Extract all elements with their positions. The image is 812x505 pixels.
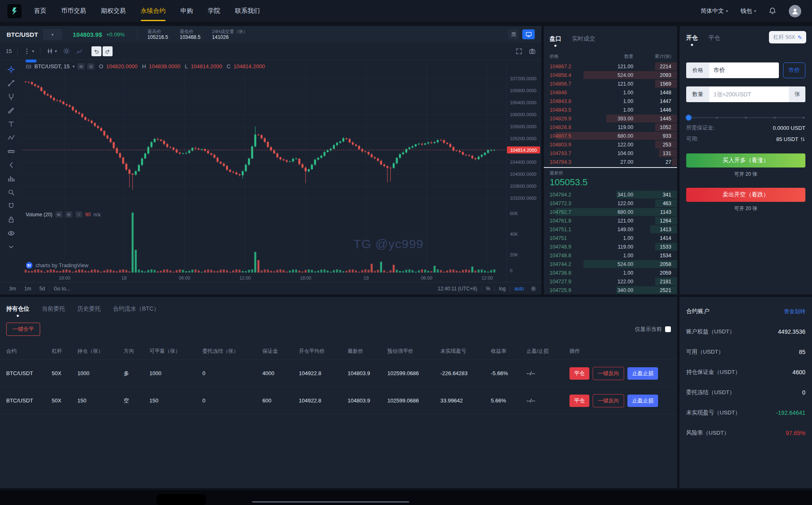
- text-icon[interactable]: [7, 120, 15, 128]
- columns-icon[interactable]: [7, 175, 15, 182]
- price-axis[interactable]: 107200.0000106800.0000106400.0000106000.…: [507, 60, 541, 282]
- ask-row[interactable]: 104858.4524.002093: [550, 71, 671, 79]
- brand-logo[interactable]: [7, 4, 22, 18]
- footer-settings-icon[interactable]: [531, 286, 536, 292]
- collapse-icon[interactable]: [26, 64, 31, 69]
- nav-item-首页[interactable]: 首页: [34, 0, 46, 22]
- tradingview-credit[interactable]: charts by TradingView: [26, 262, 89, 269]
- tp-sl-button[interactable]: 止盈止损: [627, 395, 658, 407]
- tab-合约流水（BTC）[interactable]: 合约流水（BTC）: [113, 305, 159, 316]
- ask-row[interactable]: 104867.2121.002214: [550, 62, 671, 71]
- ask-row[interactable]: 104829.9393.001445: [550, 114, 671, 123]
- bid-row[interactable]: 104784.2341.00341: [550, 190, 671, 199]
- chart-plot[interactable]: BTC/USDT, 15 ▾ O104820.0000 H104839.0000…: [22, 60, 507, 273]
- wallet-menu[interactable]: 钱包▾: [740, 7, 756, 15]
- reverse-position-button[interactable]: 一键反向: [593, 394, 624, 407]
- sell-short-button[interactable]: 卖出开空（看跌）: [686, 188, 805, 202]
- lock-icon[interactable]: [7, 216, 15, 223]
- ruler-icon[interactable]: [7, 148, 15, 155]
- nav-item-申购[interactable]: 申购: [180, 0, 193, 22]
- arrow-back-icon[interactable]: [7, 161, 15, 169]
- crosshair-icon[interactable]: [7, 66, 15, 73]
- pitchfork-icon[interactable]: [7, 93, 15, 101]
- quantity-input[interactable]: [709, 86, 789, 102]
- theme-toggle-button[interactable]: 黑: [508, 29, 519, 39]
- bid-row[interactable]: 104761.8121.001264: [550, 216, 671, 225]
- volume-close-button[interactable]: [75, 211, 82, 218]
- nav-item-期权交易[interactable]: 期权交易: [101, 0, 126, 22]
- ask-row[interactable]: 104843.51.001446: [550, 105, 671, 114]
- close-all-button[interactable]: 一键全平: [6, 323, 40, 336]
- range-button-3m[interactable]: 3m: [5, 286, 20, 292]
- candle-type-button[interactable]: ▾: [46, 48, 57, 55]
- candlestick-chart[interactable]: [22, 60, 507, 273]
- language-select[interactable]: 简体中文▾: [701, 7, 728, 15]
- nav-item-币币交易[interactable]: 币币交易: [61, 0, 86, 22]
- pair-selector[interactable]: ▾: [43, 29, 62, 40]
- volume-title[interactable]: Volume (20): [26, 212, 53, 218]
- market-price-button[interactable]: 市价: [783, 62, 805, 78]
- tp-sl-button[interactable]: 止盈止损: [627, 367, 658, 380]
- tab-orderbook[interactable]: 盘口: [550, 35, 561, 46]
- range-button-5d[interactable]: 5d: [35, 286, 49, 292]
- legend-symbol[interactable]: BTC/USDT, 15: [34, 63, 70, 69]
- bid-row[interactable]: 104751.1149.001413: [550, 225, 671, 234]
- tab-close-position[interactable]: 平仓: [709, 34, 720, 45]
- close-position-button[interactable]: 平仓: [569, 367, 589, 380]
- time-axis[interactable]: 18:001806:0012:0018:001906:0012:00: [22, 274, 507, 282]
- only-current-checkbox[interactable]: [665, 326, 671, 332]
- clock-label[interactable]: 12:40:11 (UTC+8): [433, 286, 481, 292]
- ask-row[interactable]: 104793.7104.00131: [550, 149, 671, 158]
- bid-row[interactable]: 104738.81.002059: [550, 268, 671, 277]
- nav-item-永续合约[interactable]: 永续合约: [141, 0, 166, 22]
- bid-row[interactable]: 104748.81.001534: [550, 251, 671, 260]
- ask-row[interactable]: 104784.327.0027: [550, 158, 671, 166]
- bell-icon[interactable]: [769, 7, 776, 15]
- buy-long-button[interactable]: 买入开多（看涨）: [686, 153, 805, 168]
- percent-scale-button[interactable]: %: [482, 286, 495, 292]
- bid-row[interactable]: 1047511.001414: [550, 234, 671, 242]
- range-button-1m[interactable]: 1m: [20, 286, 36, 292]
- tab-持有仓位[interactable]: 持有仓位: [6, 305, 29, 316]
- volume-eye-button[interactable]: [55, 211, 62, 218]
- bid-row[interactable]: 104744.2524.002058: [550, 260, 671, 268]
- bid-row[interactable]: 104762.7680.001143: [550, 208, 671, 216]
- price-input[interactable]: [709, 62, 779, 78]
- magnet-icon[interactable]: [7, 202, 15, 210]
- intervals-menu-button[interactable]: ▾: [24, 48, 34, 55]
- goto-button[interactable]: Go to...: [50, 286, 74, 292]
- eye-icon[interactable]: [7, 230, 15, 237]
- bid-row[interactable]: 104727.9122.002181: [550, 277, 671, 286]
- nav-item-学院[interactable]: 学院: [208, 0, 220, 22]
- tab-当前委托[interactable]: 当前委托: [42, 305, 65, 316]
- avatar[interactable]: [789, 5, 801, 17]
- transfer-link[interactable]: 资金划转: [784, 308, 805, 315]
- close-position-button[interactable]: 平仓: [569, 395, 589, 407]
- transfer-icon[interactable]: [800, 136, 805, 142]
- log-scale-button[interactable]: log: [495, 286, 510, 292]
- slider-handle[interactable]: [686, 115, 691, 120]
- chart-style-button[interactable]: [522, 29, 535, 39]
- pattern-icon[interactable]: [7, 134, 15, 141]
- brush-icon[interactable]: [7, 107, 15, 114]
- redo-button[interactable]: [103, 46, 113, 56]
- screenshot-icon[interactable]: [529, 48, 536, 55]
- leverage-chip[interactable]: 杠杆 50X ✎: [769, 31, 806, 43]
- indicators-icon[interactable]: [76, 48, 83, 55]
- ask-row[interactable]: 104807.5680.00933: [550, 132, 671, 140]
- reverse-position-button[interactable]: 一键反向: [593, 367, 624, 380]
- volume-settings-button[interactable]: [65, 211, 72, 218]
- tab-trades[interactable]: 实时成交: [572, 35, 595, 46]
- ask-row[interactable]: 104826.8119.001052: [550, 123, 671, 132]
- tab-历史委托[interactable]: 历史委托: [77, 305, 101, 316]
- ask-row[interactable]: 104803.9122.00253: [550, 140, 671, 149]
- chevron-down-icon[interactable]: [7, 243, 15, 251]
- legend-settings-button[interactable]: [87, 63, 94, 69]
- nav-item-联系我们[interactable]: 联系我们: [235, 0, 260, 22]
- fullscreen-icon[interactable]: [516, 48, 522, 55]
- quantity-slider[interactable]: [688, 115, 804, 120]
- trendline-icon[interactable]: [7, 79, 15, 87]
- ask-row[interactable]: 104856.7121.001569: [550, 79, 671, 88]
- legend-eye-button[interactable]: [77, 63, 84, 69]
- chart-settings-icon[interactable]: [63, 48, 70, 55]
